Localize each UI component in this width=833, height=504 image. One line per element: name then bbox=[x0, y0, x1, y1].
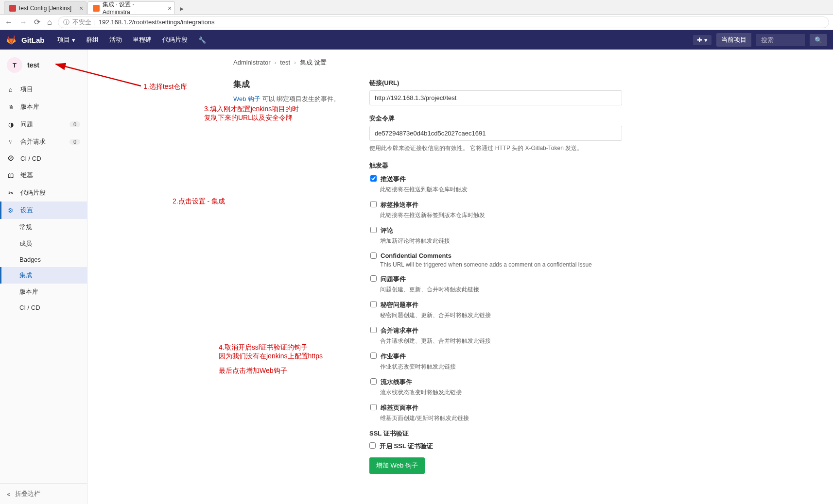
trigger-label-5[interactable]: 秘密问题事件 bbox=[381, 301, 418, 309]
trigger-help-1: 此链接将在推送新标签到版本仓库时触发 bbox=[380, 211, 622, 219]
trigger-label-4[interactable]: 问题事件 bbox=[381, 275, 406, 284]
trigger-help-9: 维基页面创建/更新时将触发此链接 bbox=[380, 414, 622, 422]
trigger-label-2[interactable]: 评论 bbox=[381, 226, 393, 235]
content-area: Administrator › test › 集成 设置 集成 Web 钩子 可… bbox=[87, 50, 833, 504]
settings-sub-repo[interactable]: 版本库 bbox=[0, 284, 87, 300]
settings-sub-general[interactable]: 常规 bbox=[0, 219, 87, 235]
trigger-help-2: 增加新评论时将触发此链接 bbox=[380, 237, 622, 245]
crumb-admin[interactable]: Administrator bbox=[233, 59, 271, 66]
url-bar[interactable]: ⓘ 不安全 | 192.168.1.2/root/test/settings/i… bbox=[58, 17, 829, 28]
trigger-label-6[interactable]: 合并请求事件 bbox=[381, 326, 418, 335]
trigger-checkbox-1[interactable] bbox=[370, 201, 377, 207]
intro-section: 集成 Web 钩子 可以 绑定项目发生的事件。 bbox=[233, 79, 350, 474]
wiki-icon: 🕮 bbox=[7, 172, 15, 179]
nav-admin-icon[interactable]: 🔧 bbox=[194, 34, 210, 46]
sidebar-item-label: 维基 bbox=[20, 171, 33, 180]
brand-text[interactable]: GitLab bbox=[21, 36, 45, 44]
trigger-checkbox-9[interactable] bbox=[370, 404, 377, 410]
current-project-badge[interactable]: 当前项目 bbox=[716, 33, 751, 47]
webhook-form: 链接(URL) 安全令牌 使用此令牌来验证接收信息的有效性。 它将通过 HTTP… bbox=[369, 79, 622, 474]
browser-tab-jenkins[interactable]: test Config [Jenkins] × bbox=[4, 1, 87, 14]
ssl-label[interactable]: 开启 SSL 证书验证 bbox=[380, 442, 433, 451]
close-icon[interactable]: × bbox=[79, 4, 83, 12]
header-plus-button[interactable]: ✚ ▾ bbox=[693, 35, 712, 45]
back-button[interactable]: ← bbox=[4, 18, 14, 27]
project-header[interactable]: T test bbox=[0, 50, 87, 81]
trigger-label-1[interactable]: 标签推送事件 bbox=[381, 201, 418, 209]
trigger-label-7[interactable]: 作业事件 bbox=[381, 352, 406, 361]
search-icon[interactable]: 🔍 bbox=[810, 34, 827, 46]
trigger-checkbox-3[interactable] bbox=[370, 252, 377, 259]
settings-sub-members[interactable]: 成员 bbox=[0, 235, 87, 252]
cicd-icon: ⭙ bbox=[7, 155, 15, 162]
trigger-help-8: 流水线状态改变时将触发此链接 bbox=[380, 388, 622, 397]
tab-title: test Config [Jenkins] bbox=[19, 5, 71, 12]
trigger-label-3[interactable]: Confidential Comments bbox=[381, 252, 451, 259]
tab-title: 集成 · 设置 · Administra bbox=[103, 0, 160, 16]
file-icon: 🗎 bbox=[7, 103, 15, 111]
settings-sub-integrations[interactable]: 集成 bbox=[0, 267, 87, 284]
crumb-project[interactable]: test bbox=[280, 59, 290, 66]
chevron-left-icon: « bbox=[7, 490, 10, 498]
nav-milestones[interactable]: 里程碑 bbox=[129, 34, 156, 46]
sidebar-item-wiki[interactable]: 🕮维基 bbox=[0, 167, 87, 184]
trigger-checkbox-4[interactable] bbox=[370, 275, 377, 282]
browser-tab-gitlab[interactable]: 集成 · 设置 · Administra × bbox=[87, 1, 175, 14]
sidebar-item-settings[interactable]: ⚙设置 bbox=[0, 202, 87, 219]
project-avatar: T bbox=[7, 57, 22, 73]
sidebar-item-cicd[interactable]: ⭙CI / CD bbox=[0, 151, 87, 167]
ssl-title: SSL 证书验证 bbox=[369, 429, 622, 438]
snippet-icon: ✂ bbox=[7, 189, 15, 197]
trigger-checkbox-0[interactable] bbox=[370, 175, 377, 182]
token-help: 使用此令牌来验证接收信息的有效性。 它将通过 HTTP 头的 X-Gitlab-… bbox=[369, 144, 622, 152]
trigger-help-0: 此链接将在推送到版本仓库时触发 bbox=[380, 185, 622, 194]
intro-text: 可以 绑定项目发生的事件。 bbox=[260, 95, 340, 102]
top-nav: 项目 ▾ 群组 活动 里程碑 代码片段 🔧 bbox=[53, 34, 210, 46]
nav-snippets[interactable]: 代码片段 bbox=[158, 34, 191, 46]
gitlab-logo-icon[interactable] bbox=[6, 34, 17, 45]
sidebar-item-snippets[interactable]: ✂代码片段 bbox=[0, 184, 87, 202]
project-name: test bbox=[27, 61, 39, 69]
settings-sub-badges[interactable]: Badges bbox=[0, 252, 87, 267]
trigger-label-8[interactable]: 流水线事件 bbox=[381, 378, 412, 386]
security-label: 不安全 bbox=[72, 18, 91, 27]
trigger-checkbox-2[interactable] bbox=[370, 227, 377, 233]
settings-sub-cicd[interactable]: CI / CD bbox=[0, 300, 87, 315]
reload-button[interactable]: ⟳ bbox=[33, 17, 41, 27]
home-button[interactable]: ⌂ bbox=[46, 18, 53, 27]
browser-toolbar: ← → ⟳ ⌂ ⓘ 不安全 | 192.168.1.2/root/test/se… bbox=[0, 15, 833, 30]
trigger-checkbox-7[interactable] bbox=[370, 353, 377, 359]
nav-activity[interactable]: 活动 bbox=[105, 34, 126, 46]
forward-button[interactable]: → bbox=[18, 18, 28, 27]
trigger-checkbox-6[interactable] bbox=[370, 327, 377, 333]
issue-icon: ◑ bbox=[7, 121, 15, 128]
sidebar-item-repo[interactable]: 🗎版本库 bbox=[0, 98, 87, 116]
new-tab-button[interactable]: ▸ bbox=[176, 3, 188, 14]
collapse-sidebar-button[interactable]: «折叠边栏 bbox=[0, 483, 87, 504]
trigger-checkbox-8[interactable] bbox=[370, 378, 377, 385]
submit-button[interactable]: 增加 Web 钩子 bbox=[369, 457, 425, 474]
ssl-checkbox[interactable] bbox=[369, 442, 376, 449]
webhook-link[interactable]: Web 钩子 bbox=[233, 95, 260, 102]
triggers-title: 触发器 bbox=[369, 161, 622, 170]
collapse-label: 折叠边栏 bbox=[15, 489, 40, 498]
browser-tab-strip: test Config [Jenkins] × 集成 · 设置 · Admini… bbox=[0, 0, 833, 15]
nav-projects[interactable]: 项目 ▾ bbox=[53, 34, 79, 46]
sidebar-item-label: 设置 bbox=[20, 206, 33, 215]
sidebar-item-project[interactable]: ⌂项目 bbox=[0, 81, 87, 98]
sidebar-item-label: 代码片段 bbox=[20, 188, 46, 197]
sidebar-item-issues[interactable]: ◑问题0 bbox=[0, 116, 87, 133]
token-input[interactable] bbox=[369, 126, 622, 141]
search-input[interactable] bbox=[756, 34, 805, 46]
trigger-checkbox-5[interactable] bbox=[370, 301, 377, 307]
badge: 0 bbox=[69, 139, 80, 145]
url-input[interactable] bbox=[369, 90, 622, 105]
info-icon[interactable]: ⓘ bbox=[63, 18, 69, 27]
sidebar-item-label: CI / CD bbox=[20, 155, 41, 162]
close-icon[interactable]: × bbox=[168, 4, 172, 12]
trigger-label-9[interactable]: 维基页面事件 bbox=[381, 403, 418, 412]
trigger-label-0[interactable]: 推送事件 bbox=[381, 175, 406, 184]
page-title: 集成 bbox=[233, 79, 350, 90]
nav-groups[interactable]: 群组 bbox=[82, 34, 103, 46]
sidebar-item-mr[interactable]: ⑂合并请求0 bbox=[0, 133, 87, 151]
